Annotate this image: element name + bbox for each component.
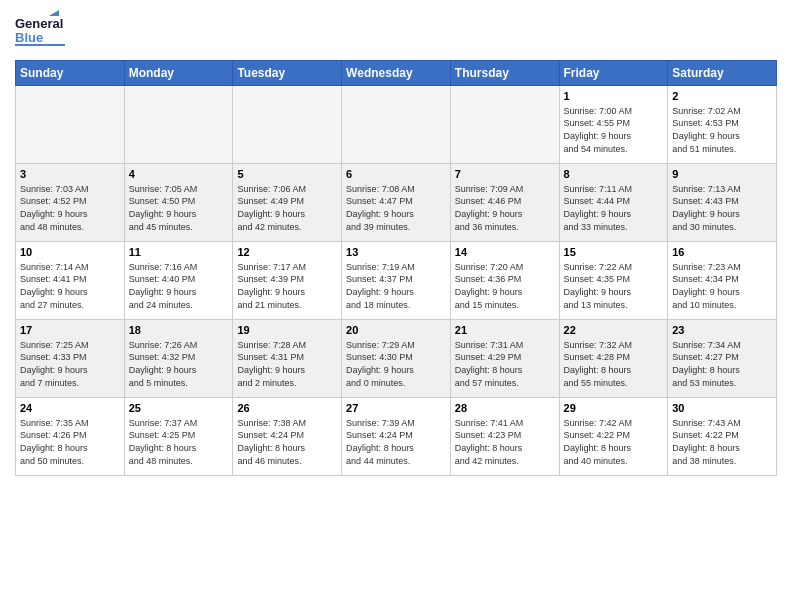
weekday-header-wednesday: Wednesday — [342, 61, 451, 86]
calendar-cell: 14Sunrise: 7:20 AM Sunset: 4:36 PM Dayli… — [450, 242, 559, 320]
day-info: Sunrise: 7:09 AM Sunset: 4:46 PM Dayligh… — [455, 183, 555, 233]
calendar-cell: 17Sunrise: 7:25 AM Sunset: 4:33 PM Dayli… — [16, 320, 125, 398]
day-info: Sunrise: 7:34 AM Sunset: 4:27 PM Dayligh… — [672, 339, 772, 389]
day-info: Sunrise: 7:03 AM Sunset: 4:52 PM Dayligh… — [20, 183, 120, 233]
calendar-week-5: 24Sunrise: 7:35 AM Sunset: 4:26 PM Dayli… — [16, 398, 777, 476]
day-info: Sunrise: 7:41 AM Sunset: 4:23 PM Dayligh… — [455, 417, 555, 467]
logo: General Blue — [15, 10, 65, 54]
calendar-cell: 7Sunrise: 7:09 AM Sunset: 4:46 PM Daylig… — [450, 164, 559, 242]
calendar-cell: 18Sunrise: 7:26 AM Sunset: 4:32 PM Dayli… — [124, 320, 233, 398]
weekday-header-sunday: Sunday — [16, 61, 125, 86]
day-number: 15 — [564, 245, 664, 260]
calendar-cell: 25Sunrise: 7:37 AM Sunset: 4:25 PM Dayli… — [124, 398, 233, 476]
calendar-table: SundayMondayTuesdayWednesdayThursdayFrid… — [15, 60, 777, 476]
calendar-cell: 6Sunrise: 7:08 AM Sunset: 4:47 PM Daylig… — [342, 164, 451, 242]
day-info: Sunrise: 7:32 AM Sunset: 4:28 PM Dayligh… — [564, 339, 664, 389]
calendar-week-2: 3Sunrise: 7:03 AM Sunset: 4:52 PM Daylig… — [16, 164, 777, 242]
header: General Blue — [15, 10, 777, 54]
day-number: 2 — [672, 89, 772, 104]
calendar-cell: 24Sunrise: 7:35 AM Sunset: 4:26 PM Dayli… — [16, 398, 125, 476]
calendar-cell — [124, 86, 233, 164]
calendar-cell: 16Sunrise: 7:23 AM Sunset: 4:34 PM Dayli… — [668, 242, 777, 320]
day-info: Sunrise: 7:38 AM Sunset: 4:24 PM Dayligh… — [237, 417, 337, 467]
calendar-cell: 2Sunrise: 7:02 AM Sunset: 4:53 PM Daylig… — [668, 86, 777, 164]
calendar-week-3: 10Sunrise: 7:14 AM Sunset: 4:41 PM Dayli… — [16, 242, 777, 320]
weekday-header-friday: Friday — [559, 61, 668, 86]
calendar-cell: 20Sunrise: 7:29 AM Sunset: 4:30 PM Dayli… — [342, 320, 451, 398]
svg-text:General: General — [15, 16, 63, 31]
day-info: Sunrise: 7:39 AM Sunset: 4:24 PM Dayligh… — [346, 417, 446, 467]
calendar-cell: 23Sunrise: 7:34 AM Sunset: 4:27 PM Dayli… — [668, 320, 777, 398]
svg-text:Blue: Blue — [15, 30, 43, 45]
day-info: Sunrise: 7:14 AM Sunset: 4:41 PM Dayligh… — [20, 261, 120, 311]
calendar-cell — [233, 86, 342, 164]
day-info: Sunrise: 7:22 AM Sunset: 4:35 PM Dayligh… — [564, 261, 664, 311]
calendar-cell: 30Sunrise: 7:43 AM Sunset: 4:22 PM Dayli… — [668, 398, 777, 476]
calendar-cell — [450, 86, 559, 164]
day-number: 22 — [564, 323, 664, 338]
calendar-cell — [16, 86, 125, 164]
svg-marker-2 — [49, 10, 59, 16]
day-number: 26 — [237, 401, 337, 416]
calendar-cell: 8Sunrise: 7:11 AM Sunset: 4:44 PM Daylig… — [559, 164, 668, 242]
day-info: Sunrise: 7:17 AM Sunset: 4:39 PM Dayligh… — [237, 261, 337, 311]
weekday-header-tuesday: Tuesday — [233, 61, 342, 86]
day-info: Sunrise: 7:11 AM Sunset: 4:44 PM Dayligh… — [564, 183, 664, 233]
calendar-cell: 15Sunrise: 7:22 AM Sunset: 4:35 PM Dayli… — [559, 242, 668, 320]
calendar-cell: 21Sunrise: 7:31 AM Sunset: 4:29 PM Dayli… — [450, 320, 559, 398]
day-number: 6 — [346, 167, 446, 182]
day-info: Sunrise: 7:35 AM Sunset: 4:26 PM Dayligh… — [20, 417, 120, 467]
day-number: 20 — [346, 323, 446, 338]
day-number: 14 — [455, 245, 555, 260]
weekday-header-thursday: Thursday — [450, 61, 559, 86]
day-number: 13 — [346, 245, 446, 260]
calendar-cell — [342, 86, 451, 164]
day-info: Sunrise: 7:05 AM Sunset: 4:50 PM Dayligh… — [129, 183, 229, 233]
day-number: 17 — [20, 323, 120, 338]
calendar-cell: 12Sunrise: 7:17 AM Sunset: 4:39 PM Dayli… — [233, 242, 342, 320]
day-number: 7 — [455, 167, 555, 182]
weekday-header-saturday: Saturday — [668, 61, 777, 86]
day-info: Sunrise: 7:26 AM Sunset: 4:32 PM Dayligh… — [129, 339, 229, 389]
day-number: 16 — [672, 245, 772, 260]
calendar-cell: 19Sunrise: 7:28 AM Sunset: 4:31 PM Dayli… — [233, 320, 342, 398]
day-number: 29 — [564, 401, 664, 416]
day-info: Sunrise: 7:00 AM Sunset: 4:55 PM Dayligh… — [564, 105, 664, 155]
day-info: Sunrise: 7:37 AM Sunset: 4:25 PM Dayligh… — [129, 417, 229, 467]
day-info: Sunrise: 7:31 AM Sunset: 4:29 PM Dayligh… — [455, 339, 555, 389]
day-number: 23 — [672, 323, 772, 338]
day-info: Sunrise: 7:20 AM Sunset: 4:36 PM Dayligh… — [455, 261, 555, 311]
day-number: 28 — [455, 401, 555, 416]
calendar-cell: 26Sunrise: 7:38 AM Sunset: 4:24 PM Dayli… — [233, 398, 342, 476]
calendar-week-4: 17Sunrise: 7:25 AM Sunset: 4:33 PM Dayli… — [16, 320, 777, 398]
weekday-header-row: SundayMondayTuesdayWednesdayThursdayFrid… — [16, 61, 777, 86]
calendar-cell: 27Sunrise: 7:39 AM Sunset: 4:24 PM Dayli… — [342, 398, 451, 476]
calendar-cell: 3Sunrise: 7:03 AM Sunset: 4:52 PM Daylig… — [16, 164, 125, 242]
day-number: 5 — [237, 167, 337, 182]
day-info: Sunrise: 7:43 AM Sunset: 4:22 PM Dayligh… — [672, 417, 772, 467]
day-number: 25 — [129, 401, 229, 416]
day-info: Sunrise: 7:13 AM Sunset: 4:43 PM Dayligh… — [672, 183, 772, 233]
day-info: Sunrise: 7:23 AM Sunset: 4:34 PM Dayligh… — [672, 261, 772, 311]
calendar-cell: 10Sunrise: 7:14 AM Sunset: 4:41 PM Dayli… — [16, 242, 125, 320]
day-number: 21 — [455, 323, 555, 338]
day-number: 27 — [346, 401, 446, 416]
calendar-cell: 5Sunrise: 7:06 AM Sunset: 4:49 PM Daylig… — [233, 164, 342, 242]
calendar-cell: 28Sunrise: 7:41 AM Sunset: 4:23 PM Dayli… — [450, 398, 559, 476]
day-number: 12 — [237, 245, 337, 260]
day-number: 18 — [129, 323, 229, 338]
day-number: 10 — [20, 245, 120, 260]
day-number: 24 — [20, 401, 120, 416]
day-number: 11 — [129, 245, 229, 260]
day-info: Sunrise: 7:42 AM Sunset: 4:22 PM Dayligh… — [564, 417, 664, 467]
logo-icon: General Blue — [15, 10, 65, 54]
day-info: Sunrise: 7:28 AM Sunset: 4:31 PM Dayligh… — [237, 339, 337, 389]
day-info: Sunrise: 7:19 AM Sunset: 4:37 PM Dayligh… — [346, 261, 446, 311]
day-info: Sunrise: 7:29 AM Sunset: 4:30 PM Dayligh… — [346, 339, 446, 389]
day-info: Sunrise: 7:16 AM Sunset: 4:40 PM Dayligh… — [129, 261, 229, 311]
day-info: Sunrise: 7:06 AM Sunset: 4:49 PM Dayligh… — [237, 183, 337, 233]
calendar-week-1: 1Sunrise: 7:00 AM Sunset: 4:55 PM Daylig… — [16, 86, 777, 164]
day-number: 8 — [564, 167, 664, 182]
calendar-cell: 11Sunrise: 7:16 AM Sunset: 4:40 PM Dayli… — [124, 242, 233, 320]
calendar-cell: 9Sunrise: 7:13 AM Sunset: 4:43 PM Daylig… — [668, 164, 777, 242]
